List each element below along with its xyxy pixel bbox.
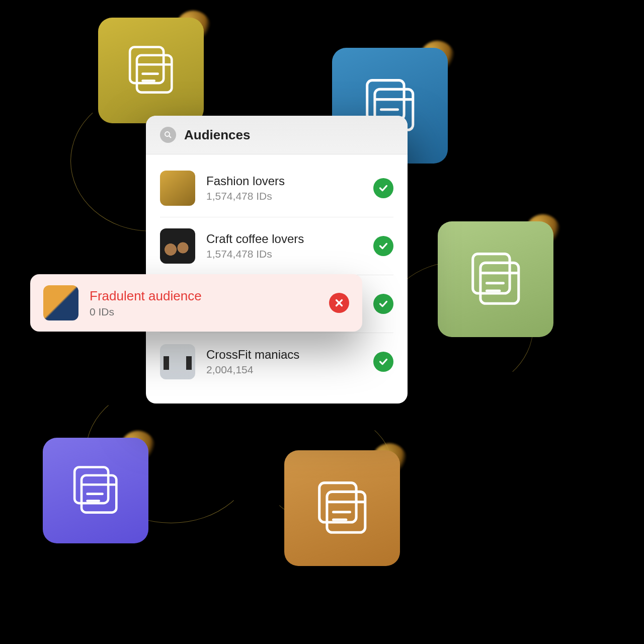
status-ok-icon [373, 352, 393, 372]
status-ok-icon [373, 294, 393, 314]
document-stack-icon [310, 476, 374, 540]
status-error-icon [329, 293, 349, 313]
audience-ids: 1,574,478 IDs [206, 190, 362, 202]
audience-name: Craft coffee lovers [206, 232, 362, 246]
audience-thumbnail [43, 285, 78, 320]
tile-olive [98, 18, 204, 123]
audiences-title: Audiences [184, 127, 251, 143]
status-ok-icon [373, 178, 393, 198]
audiences-header: Audiences [146, 116, 408, 154]
search-icon [160, 127, 176, 143]
fraud-alert-ids: 0 IDs [90, 306, 318, 318]
audience-row[interactable]: Craft coffee lovers 1,574,478 IDs [160, 217, 393, 275]
tile-green [438, 221, 553, 337]
document-stack-icon [122, 41, 180, 100]
document-stack-icon [464, 248, 528, 311]
audience-row[interactable]: Fashion lovers 1,574,478 IDs [160, 159, 393, 217]
fraud-alert[interactable]: Fradulent audience 0 IDs [30, 274, 362, 332]
audience-row[interactable]: CrossFit maniacs 2,004,154 [160, 333, 393, 390]
audience-name: Fashion lovers [206, 174, 362, 188]
tile-orange [284, 450, 400, 566]
audiences-card: Audiences Fashion lovers 1,574,478 IDs C… [146, 116, 408, 404]
audience-thumbnail [160, 171, 195, 206]
audience-ids: 2,004,154 [206, 364, 362, 376]
audience-name: CrossFit maniacs [206, 348, 362, 362]
audience-thumbnail [160, 344, 195, 379]
tile-purple [43, 438, 148, 543]
fraud-alert-name: Fradulent audience [90, 288, 318, 304]
svg-line-26 [169, 136, 171, 138]
audience-ids: 1,574,478 IDs [206, 248, 362, 260]
svg-point-25 [165, 132, 170, 136]
audience-thumbnail [160, 228, 195, 264]
document-stack-icon [66, 461, 125, 520]
status-ok-icon [373, 236, 393, 256]
